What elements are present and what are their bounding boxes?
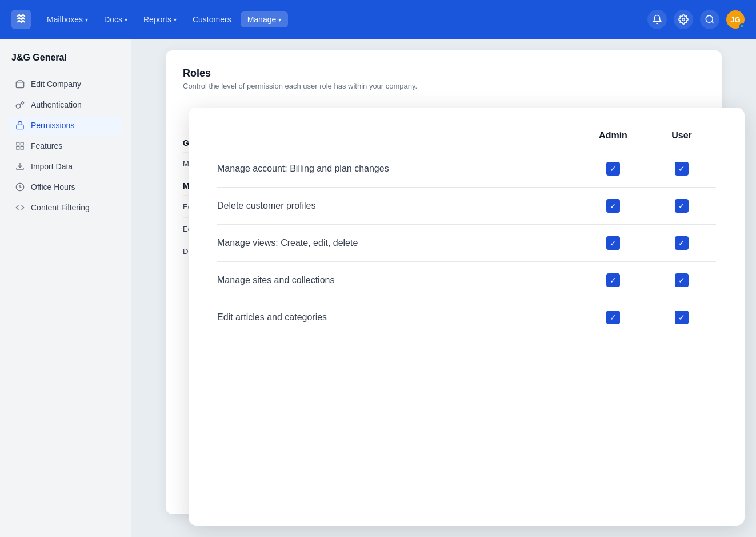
key-icon xyxy=(15,100,25,110)
sidebar-item-permissions[interactable]: Permissions xyxy=(9,116,122,135)
sidebar-item-features[interactable]: Features xyxy=(9,136,122,156)
checkbox-admin[interactable]: ✓ xyxy=(606,236,620,250)
chevron-down-icon: ▾ xyxy=(174,17,177,23)
svg-rect-7 xyxy=(21,146,23,149)
main-area: J&G General Edit Company Authentication xyxy=(0,39,756,537)
nav-mailboxes[interactable]: Mailboxes ▾ xyxy=(40,11,95,27)
download-icon xyxy=(15,161,25,172)
nav-docs[interactable]: Docs ▾ xyxy=(97,11,134,27)
checkbox-user[interactable]: ✓ xyxy=(675,273,689,287)
notifications-button[interactable] xyxy=(647,10,667,29)
roles-subtitle: Control the level of permission each use… xyxy=(183,82,705,90)
table-row: Delete customer profiles ✓ ✓ xyxy=(217,187,716,224)
content-area: Roles Control the level of permission ea… xyxy=(131,39,756,537)
table-row: Manage account: Billing and plan changes… xyxy=(217,150,716,187)
sidebar-item-import-data[interactable]: Import Data xyxy=(9,157,122,176)
checkbox-admin[interactable]: ✓ xyxy=(606,162,620,176)
lock-icon xyxy=(15,120,25,130)
roles-title: Roles xyxy=(183,67,705,79)
svg-rect-5 xyxy=(17,142,19,145)
table-row: Edit articles and categories ✓ ✓ xyxy=(217,299,716,336)
code-icon xyxy=(15,202,25,213)
svg-point-0 xyxy=(682,18,685,21)
svg-rect-8 xyxy=(17,146,19,149)
nav-items: Mailboxes ▾ Docs ▾ Reports ▾ Customers M… xyxy=(40,11,643,27)
permissions-foreground-card: Admin User Manage account: Billing and p… xyxy=(189,108,745,526)
nav-right-actions: JG xyxy=(647,10,745,29)
sidebar-item-content-filtering[interactable]: Content Filtering xyxy=(9,198,122,217)
sidebar-item-authentication[interactable]: Authentication xyxy=(9,95,122,114)
chevron-down-icon: ▾ xyxy=(85,17,88,23)
svg-rect-3 xyxy=(16,82,23,88)
nav-reports[interactable]: Reports ▾ xyxy=(137,11,183,27)
checkbox-user[interactable]: ✓ xyxy=(675,199,689,213)
table-row: Manage views: Create, edit, delete ✓ ✓ xyxy=(217,224,716,261)
checkbox-admin[interactable]: ✓ xyxy=(606,199,620,213)
svg-line-2 xyxy=(711,21,713,23)
checkbox-admin[interactable]: ✓ xyxy=(606,273,620,287)
chevron-down-icon: ▾ xyxy=(125,17,127,23)
sidebar: J&G General Edit Company Authentication xyxy=(0,39,131,537)
checkbox-admin[interactable]: ✓ xyxy=(606,311,620,324)
checkbox-user[interactable]: ✓ xyxy=(675,162,689,176)
fg-table-header: Admin User xyxy=(217,130,716,150)
checkbox-user[interactable]: ✓ xyxy=(675,236,689,250)
svg-point-1 xyxy=(706,15,713,22)
settings-button[interactable] xyxy=(674,10,693,29)
nav-manage[interactable]: Manage ▾ xyxy=(241,11,289,27)
avatar[interactable]: JG xyxy=(726,10,745,29)
chevron-down-icon: ▾ xyxy=(278,17,281,23)
online-indicator xyxy=(739,23,745,29)
search-button[interactable] xyxy=(700,10,719,29)
building-icon xyxy=(15,79,25,89)
svg-rect-4 xyxy=(17,125,23,129)
sidebar-item-edit-company[interactable]: Edit Company xyxy=(9,74,122,94)
svg-rect-6 xyxy=(21,142,23,145)
sidebar-item-office-hours[interactable]: Office Hours xyxy=(9,177,122,197)
grid-icon xyxy=(15,141,25,151)
logo[interactable] xyxy=(11,10,31,29)
nav-customers[interactable]: Customers xyxy=(186,11,238,27)
checkbox-user[interactable]: ✓ xyxy=(675,311,689,324)
table-row: Manage sites and collections ✓ ✓ xyxy=(217,261,716,299)
top-navigation: Mailboxes ▾ Docs ▾ Reports ▾ Customers M… xyxy=(0,0,756,39)
clock-icon xyxy=(15,182,25,192)
company-name: J&G General xyxy=(9,53,122,63)
